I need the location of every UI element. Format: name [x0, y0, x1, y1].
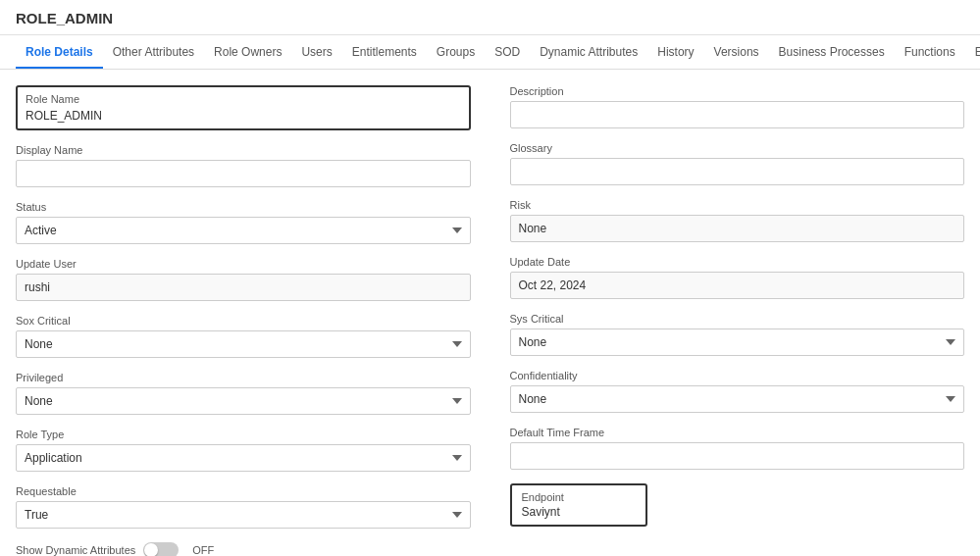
default-time-frame-input[interactable] [510, 442, 965, 470]
tab-dynamic-attributes[interactable]: Dynamic Attributes [530, 35, 647, 69]
description-input[interactable] [510, 101, 965, 128]
tab-users[interactable]: Users [291, 35, 341, 69]
role-name-group: Role Name ROLE_ADMIN [16, 85, 471, 130]
role-name-label: Role Name [26, 93, 461, 105]
form-right: Description Glossary Risk Update Date Sy… [490, 85, 965, 556]
tabs-bar: Role Details Other Attributes Role Owner… [0, 35, 980, 70]
confidentiality-group: Confidentiality None Low Medium High [510, 370, 965, 413]
page-title: ROLE_ADMIN [16, 10, 113, 26]
default-time-frame-group: Default Time Frame [510, 427, 965, 470]
toggle-state-text: OFF [192, 544, 214, 556]
sox-critical-label: Sox Critical [16, 315, 471, 327]
tab-role-owners[interactable]: Role Owners [204, 35, 291, 69]
tab-functions[interactable]: Functions [895, 35, 965, 69]
privileged-label: Privileged [16, 372, 471, 383]
dynamic-attributes-toggle-row: Show Dynamic Attributes OFF [16, 542, 471, 556]
sox-critical-group: Sox Critical None Yes No [16, 315, 471, 358]
sys-critical-group: Sys Critical None Yes No [510, 313, 965, 356]
tab-versions[interactable]: Versions [704, 35, 769, 69]
default-time-frame-label: Default Time Frame [510, 427, 965, 438]
glossary-label: Glossary [510, 142, 965, 154]
toggle-thumb [144, 543, 158, 556]
content-area: Role Name ROLE_ADMIN Display Name Status… [0, 70, 980, 556]
tab-sod[interactable]: SOD [485, 35, 530, 69]
status-label: Status [16, 201, 471, 213]
dynamic-attributes-toggle[interactable] [143, 542, 179, 556]
display-name-group: Display Name [16, 144, 471, 187]
tab-groups[interactable]: Groups [427, 35, 485, 69]
show-dynamic-label: Show Dynamic Attributes [16, 544, 135, 556]
confidentiality-label: Confidentiality [510, 370, 965, 381]
endpoint-value: Saviynt [522, 505, 636, 519]
role-type-select[interactable]: Application IT Role Business Role [16, 444, 471, 472]
update-user-group: Update User [16, 258, 471, 301]
endpoint-box: Endpoint Saviynt [510, 483, 647, 527]
display-name-input[interactable] [16, 160, 471, 187]
description-label: Description [510, 85, 965, 97]
sox-critical-select[interactable]: None Yes No [16, 330, 471, 358]
status-group: Status Active Inactive [16, 201, 471, 244]
tab-entitlements[interactable]: Entitlements [342, 35, 427, 69]
role-type-group: Role Type Application IT Role Business R… [16, 429, 471, 472]
requestable-group: Requestable True False [16, 485, 471, 529]
privileged-select[interactable]: None Yes No [16, 387, 471, 415]
requestable-label: Requestable [16, 485, 471, 497]
sys-critical-select[interactable]: None Yes No [510, 329, 965, 356]
risk-input [510, 215, 965, 242]
role-name-value: ROLE_ADMIN [26, 109, 461, 123]
tab-business-processes[interactable]: Business Processes [769, 35, 895, 69]
form-grid: Role Name ROLE_ADMIN Display Name Status… [16, 85, 964, 556]
tab-role-details[interactable]: Role Details [16, 35, 103, 69]
update-user-label: Update User [16, 258, 471, 270]
risk-group: Risk [510, 199, 965, 242]
role-type-label: Role Type [16, 429, 471, 440]
glossary-group: Glossary [510, 142, 965, 185]
requestable-select[interactable]: True False [16, 501, 471, 529]
update-date-group: Update Date [510, 256, 965, 299]
tab-entitlement-hierarchy[interactable]: Entitlement Hierarchy [965, 35, 980, 69]
role-name-box: Role Name ROLE_ADMIN [16, 85, 471, 130]
update-date-input [510, 272, 965, 299]
confidentiality-select[interactable]: None Low Medium High [510, 385, 965, 413]
sys-critical-label: Sys Critical [510, 313, 965, 325]
update-user-input [16, 274, 471, 301]
update-date-label: Update Date [510, 256, 965, 268]
endpoint-group: Endpoint Saviynt [510, 483, 965, 527]
endpoint-label: Endpoint [522, 491, 636, 503]
risk-label: Risk [510, 199, 965, 211]
form-left: Role Name ROLE_ADMIN Display Name Status… [16, 85, 490, 556]
status-select[interactable]: Active Inactive [16, 217, 471, 244]
description-group: Description [510, 85, 965, 128]
tab-history[interactable]: History [647, 35, 703, 69]
tab-other-attributes[interactable]: Other Attributes [103, 35, 204, 69]
glossary-input[interactable] [510, 158, 965, 185]
display-name-label: Display Name [16, 144, 471, 156]
privileged-group: Privileged None Yes No [16, 372, 471, 415]
